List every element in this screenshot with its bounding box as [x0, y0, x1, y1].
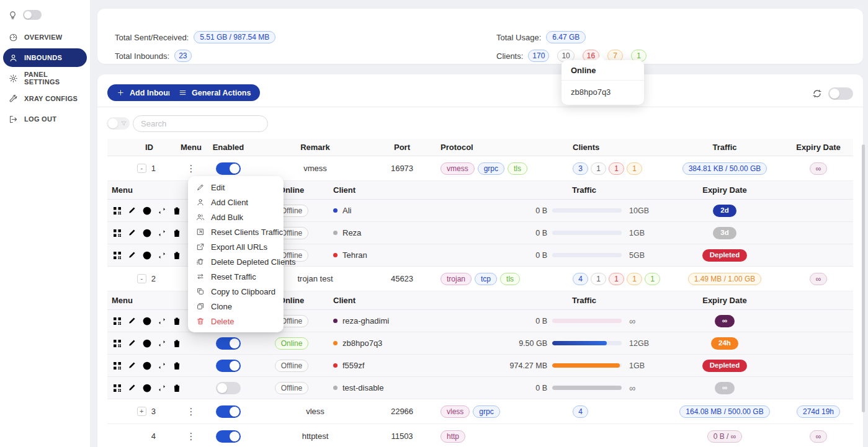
clients-total-badge[interactable]: 170 [528, 50, 549, 62]
auto-refresh-toggle[interactable] [828, 87, 853, 100]
menu-item-delete-depleted-clients[interactable]: Delete Depleted Clients [188, 254, 284, 269]
traffic-badge: 1.49 MB / 1.00 GB [688, 273, 762, 285]
info-icon[interactable] [141, 250, 153, 261]
menu-item-reset-traffic[interactable]: Reset Traffic [188, 269, 284, 284]
edit-icon[interactable] [127, 338, 138, 349]
inbound-id: 2 [151, 274, 156, 283]
scrollbar-thumb[interactable] [862, 144, 865, 412]
filter-toggle-knob [108, 118, 118, 128]
port: 22966 [391, 407, 413, 416]
client-color-dot [333, 319, 338, 323]
client-enabled-toggle[interactable] [216, 360, 241, 372]
client-count-badge[interactable]: 1 [609, 162, 624, 175]
menu-item-copy-to-clipboard[interactable]: Copy to Clipboard [188, 284, 284, 299]
sidebar-item-xray-configs[interactable]: XRAY CONFIGS [3, 89, 87, 108]
menu-item-export-all-urls[interactable]: Export All URLs [188, 239, 284, 254]
reset-traffic-icon[interactable] [156, 228, 168, 239]
dark-mode-toggle[interactable] [23, 10, 42, 20]
reset-traffic-icon[interactable] [156, 316, 168, 327]
collapse-button[interactable]: - [137, 274, 146, 283]
edit-icon[interactable] [127, 383, 138, 394]
info-icon[interactable] [141, 228, 153, 239]
filter-toggle[interactable] [107, 117, 130, 130]
trash-icon[interactable] [171, 316, 182, 327]
client-enabled-toggle[interactable] [216, 337, 241, 350]
trash-icon[interactable] [171, 205, 182, 216]
enabled-toggle[interactable] [216, 405, 241, 418]
info-icon[interactable] [141, 383, 153, 394]
client-count-badge[interactable]: 1 [627, 162, 642, 175]
info-icon[interactable] [141, 338, 153, 349]
qr-code-icon[interactable] [112, 383, 123, 394]
general-actions-button[interactable]: General Actions [169, 84, 260, 101]
traffic-badge: 384.81 KB / 50.00 GB [682, 162, 767, 175]
client-count-badge[interactable]: 4 [573, 273, 588, 285]
menu-item-delete[interactable]: Delete [188, 314, 284, 329]
client-count-badge[interactable]: 4 [573, 405, 588, 418]
reset-traffic-icon[interactable] [156, 360, 168, 371]
refresh-icon[interactable] [812, 89, 822, 99]
total-inbounds-value: 23 [174, 50, 191, 62]
trash-icon[interactable] [171, 228, 182, 239]
edit-icon[interactable] [127, 228, 138, 239]
trash-icon[interactable] [171, 250, 182, 261]
client-row-zb8hpo7q3: Online zb8hpo7q3 9.50 GB 12GB 24h [107, 332, 853, 355]
row-menu-button[interactable]: ⋮ [187, 163, 196, 174]
row-menu-button[interactable]: ⋮ [187, 431, 196, 442]
client-count-badge[interactable]: 1 [627, 273, 642, 285]
edit-icon[interactable] [127, 360, 138, 371]
client-count-badge[interactable]: 1 [591, 273, 606, 285]
header-clients: Clients [554, 139, 666, 156]
menu-item-reset-clients-traffic[interactable]: Reset Clients Traffic [188, 224, 284, 239]
row-menu-button[interactable]: ⋮ [187, 406, 196, 417]
menu-item-add-bulk[interactable]: Add Bulk [188, 210, 284, 224]
qr-code-icon[interactable] [112, 205, 123, 216]
sidebar-item-log-out[interactable]: LOG OUT [3, 110, 87, 128]
header-remark: Remark [250, 139, 380, 156]
reset-traffic-icon[interactable] [156, 205, 168, 216]
enabled-toggle[interactable] [216, 430, 241, 443]
client-count-badge[interactable]: 3 [573, 162, 588, 175]
dashboard-icon [9, 33, 18, 42]
edit-icon[interactable] [127, 205, 138, 216]
trash-icon[interactable] [171, 383, 182, 394]
menu-item-add-client[interactable]: Add Client [188, 195, 284, 210]
edit-icon[interactable] [127, 316, 138, 327]
expand-button[interactable]: + [137, 407, 146, 416]
client-expiry-badge: ∞ [715, 382, 735, 394]
qr-code-icon[interactable] [112, 338, 123, 349]
trash-icon[interactable] [171, 360, 182, 371]
reset-traffic-icon[interactable] [156, 383, 168, 394]
reset-traffic-icon[interactable] [156, 338, 168, 349]
sidebar-item-inbounds[interactable]: INBOUNDS [3, 48, 87, 67]
info-icon[interactable] [141, 360, 153, 371]
reset-traffic-icon[interactable] [156, 250, 168, 261]
qr-code-icon[interactable] [112, 228, 123, 239]
transport-tag: grpc [473, 405, 499, 418]
sidebar-item-overview[interactable]: OVERVIEW [3, 28, 87, 46]
menu-item-edit[interactable]: Edit [188, 180, 284, 195]
qr-code-icon[interactable] [112, 316, 123, 327]
menu-item-clone[interactable]: Clone [188, 299, 284, 314]
edit-icon[interactable] [127, 250, 138, 261]
info-icon[interactable] [141, 205, 153, 216]
user-icon [9, 53, 18, 63]
search-input[interactable] [133, 115, 268, 132]
enabled-toggle[interactable] [216, 162, 241, 175]
online-clients-popover: Online zb8hpo7q3 [562, 60, 644, 105]
client-count-badge[interactable]: 1 [591, 162, 606, 175]
client-row-test-disable: Offline test-disable 0 B ∞ ∞ [107, 377, 853, 399]
total-usage-label: Total Usage: [496, 33, 541, 42]
client-enabled-toggle[interactable] [216, 382, 241, 394]
collapse-button[interactable]: - [137, 164, 146, 173]
sidebar-item-panel-settings[interactable]: PANEL SETTINGS [3, 69, 87, 87]
qr-code-icon[interactable] [112, 360, 123, 371]
client-count-badge[interactable]: 1 [645, 273, 660, 285]
qr-code-icon[interactable] [112, 250, 123, 261]
traffic-progress-bar [552, 319, 622, 323]
client-count-badge[interactable]: 1 [609, 273, 624, 285]
trash-icon[interactable] [171, 338, 182, 349]
client-name: test-disable [342, 383, 383, 392]
info-icon[interactable] [141, 316, 153, 327]
client-name: Tehran [342, 250, 367, 260]
